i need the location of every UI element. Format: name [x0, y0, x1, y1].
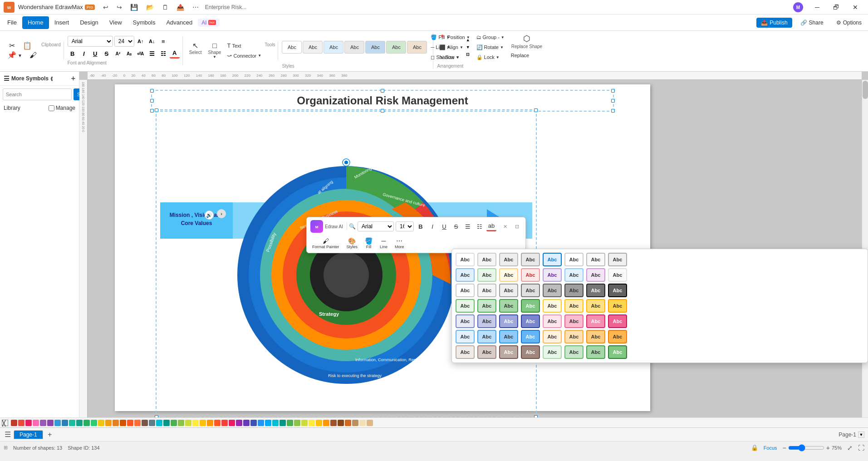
- style-box-6[interactable]: Abc: [386, 41, 406, 54]
- style-popup-box-33[interactable]: Abc: [477, 314, 496, 328]
- style-popup-box-12[interactable]: Abc: [543, 268, 562, 282]
- color-dot[interactable]: [62, 420, 68, 426]
- color-dot[interactable]: [367, 420, 373, 426]
- color-dot[interactable]: [221, 420, 228, 426]
- ft-close-icon[interactable]: ✕: [500, 221, 510, 231]
- style-popup-box-15[interactable]: Abc: [608, 268, 627, 282]
- color-dot[interactable]: [91, 420, 97, 426]
- style-popup-box-5[interactable]: Abc: [564, 253, 584, 266]
- style-popup-box-51[interactable]: Abc: [521, 345, 540, 359]
- style-popup-box-16[interactable]: Abc: [456, 284, 475, 297]
- connector-btn[interactable]: ⤻ Connector ▼: [225, 51, 264, 60]
- replace-shape-btn[interactable]: ⬡ Replace Shape: [509, 33, 545, 50]
- text-wrap-btn[interactable]: ⏎A: [136, 49, 146, 59]
- underline-btn[interactable]: U: [90, 49, 100, 59]
- color-dot[interactable]: [120, 420, 126, 426]
- style-popup-box-11[interactable]: Abc: [521, 268, 540, 282]
- format-painter-btn[interactable]: 🖌 Format Painter: [310, 236, 341, 250]
- style-popup-box-19[interactable]: Abc: [521, 284, 540, 297]
- style-box-1[interactable]: Abc: [282, 41, 302, 54]
- style-popup-box-7[interactable]: Abc: [608, 253, 627, 266]
- style-popup-box-8[interactable]: Abc: [456, 268, 475, 282]
- view-icon[interactable]: ⊞: [4, 445, 8, 451]
- superscript-btn[interactable]: A²: [113, 49, 123, 59]
- menu-file[interactable]: File: [2, 16, 22, 29]
- style-popup-box-18[interactable]: Abc: [499, 284, 518, 297]
- color-dot[interactable]: [134, 420, 141, 426]
- fullscreen-icon[interactable]: ⛶: [858, 444, 864, 451]
- group-btn[interactable]: 🗂 Group - ▼: [474, 33, 507, 42]
- manage-checkbox[interactable]: Manage: [49, 105, 75, 111]
- page-tab-1[interactable]: Page-1: [14, 430, 43, 439]
- cut-btn[interactable]: ✂: [5, 41, 19, 50]
- color-dot[interactable]: [54, 420, 61, 426]
- user-avatar[interactable]: M: [789, 0, 807, 15]
- color-dot[interactable]: [156, 420, 162, 426]
- style-popup-box-28[interactable]: Abc: [543, 299, 562, 313]
- style-popup-box-10[interactable]: Abc: [499, 268, 518, 282]
- style-box-3[interactable]: Abc: [324, 41, 343, 54]
- minimize-btn[interactable]: ─: [808, 0, 826, 15]
- color-dot[interactable]: [76, 420, 83, 426]
- lock-btn[interactable]: 🔒 Lock ▼: [474, 53, 507, 62]
- position-btn[interactable]: 📍 Position ▼: [437, 33, 472, 42]
- ft-italic-btn[interactable]: I: [427, 221, 437, 231]
- color-dot[interactable]: [98, 420, 104, 426]
- color-dot[interactable]: [25, 420, 32, 426]
- expand-icon[interactable]: ›: [217, 209, 226, 218]
- color-dot[interactable]: [229, 420, 235, 426]
- color-dot[interactable]: [18, 420, 25, 426]
- style-popup-box-41[interactable]: Abc: [477, 330, 496, 343]
- style-popup-box-23[interactable]: Abc: [608, 284, 627, 297]
- ft-expand-icon[interactable]: ⊡: [512, 221, 522, 231]
- style-popup-box-27[interactable]: Abc: [521, 299, 540, 313]
- color-dot[interactable]: [330, 420, 337, 426]
- color-dot[interactable]: [214, 420, 221, 426]
- subscript-btn[interactable]: A₂: [124, 49, 134, 59]
- color-dot[interactable]: [280, 420, 286, 426]
- scrollbar-thumb[interactable]: [863, 81, 868, 99]
- color-dot[interactable]: [178, 420, 184, 426]
- bold-btn[interactable]: B: [68, 49, 78, 59]
- ft-more-btn[interactable]: ⋯ More: [393, 236, 406, 250]
- menu-home[interactable]: Home: [22, 16, 49, 29]
- style-popup-box-50[interactable]: Abc: [499, 345, 518, 359]
- color-dot[interactable]: [69, 420, 75, 426]
- color-dot[interactable]: [113, 420, 119, 426]
- zoom-in-btn[interactable]: +: [826, 444, 830, 451]
- panel-collapse-icon[interactable]: ⟪: [50, 76, 53, 81]
- ft-bold-btn[interactable]: B: [416, 221, 426, 231]
- style-popup-box-24[interactable]: Abc: [456, 299, 475, 313]
- open-btn[interactable]: 📂: [143, 3, 157, 12]
- color-dot[interactable]: [345, 420, 351, 426]
- select-btn[interactable]: ↖ Select: [186, 41, 205, 56]
- rotate-btn[interactable]: 🔄 Rotate ▼: [474, 43, 507, 52]
- style-popup-box-49[interactable]: Abc: [477, 345, 496, 359]
- color-dot[interactable]: [258, 420, 264, 426]
- font-increase-btn[interactable]: A↑: [136, 36, 146, 46]
- style-popup-box-37[interactable]: Abc: [564, 314, 584, 328]
- redo-btn[interactable]: ↪: [114, 3, 125, 12]
- color-dot[interactable]: [316, 420, 322, 426]
- color-dot[interactable]: [309, 420, 315, 426]
- color-dot[interactable]: [236, 420, 242, 426]
- color-dot[interactable]: [185, 420, 191, 426]
- font-decrease-btn[interactable]: A↓: [147, 36, 157, 46]
- style-popup-box-53[interactable]: Abc: [564, 345, 584, 359]
- style-popup-box-32[interactable]: Abc: [456, 314, 475, 328]
- style-popup-box-25[interactable]: Abc: [477, 299, 496, 313]
- style-popup-box-31[interactable]: Abc: [608, 299, 627, 313]
- manage-check[interactable]: [49, 105, 54, 111]
- style-popup-box-48[interactable]: Abc: [456, 345, 475, 359]
- menu-advanced[interactable]: Advanced: [161, 16, 198, 29]
- fit-screen-icon[interactable]: ⤢: [847, 444, 853, 451]
- style-popup-box-0[interactable]: Abc: [456, 253, 475, 266]
- menu-ai[interactable]: AI hot: [198, 19, 219, 27]
- export-btn[interactable]: 📤: [174, 3, 187, 12]
- style-popup-box-34[interactable]: Abc: [499, 314, 518, 328]
- style-popup-box-3[interactable]: Abc: [521, 253, 540, 266]
- color-dot[interactable]: [338, 420, 344, 426]
- add-panel-btn[interactable]: +: [71, 74, 75, 83]
- add-page-btn[interactable]: +: [45, 430, 55, 440]
- template-btn[interactable]: 🗒: [159, 3, 171, 12]
